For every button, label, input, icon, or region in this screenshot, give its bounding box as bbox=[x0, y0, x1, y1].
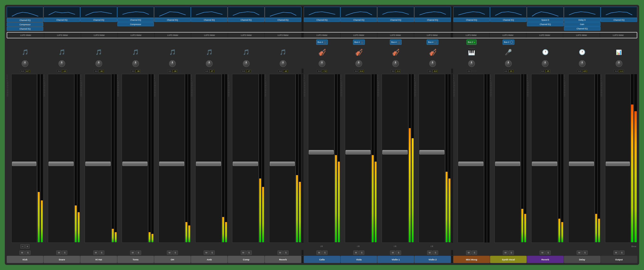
fader-track-minimoog[interactable] bbox=[458, 74, 484, 243]
mute-viola[interactable]: M bbox=[353, 250, 358, 255]
label-violin1[interactable]: Violin 1 bbox=[377, 256, 414, 263]
mute-minimoog[interactable]: M bbox=[466, 250, 471, 255]
plugin-violin2-eq[interactable]: Channel EQ bbox=[414, 18, 451, 22]
pan-violin1[interactable] bbox=[377, 60, 414, 67]
fader-track-comp[interactable] bbox=[232, 74, 258, 243]
fader-track-snare[interactable] bbox=[48, 74, 74, 243]
solo-snare[interactable]: S bbox=[62, 250, 67, 255]
pan-oh[interactable] bbox=[154, 60, 191, 67]
minus-btn[interactable]: − bbox=[20, 244, 25, 248]
mute-violin1[interactable]: M bbox=[390, 250, 395, 255]
solo-amb[interactable]: S bbox=[210, 250, 215, 255]
fader-track-reverb[interactable] bbox=[531, 74, 558, 243]
mute-delay[interactable]: M bbox=[577, 250, 582, 255]
fader-track-synthvocal[interactable] bbox=[494, 74, 521, 243]
plugin-snare-eq[interactable]: Channel EQ bbox=[44, 18, 80, 22]
fader-track-toms[interactable] bbox=[122, 74, 148, 243]
plugin-amb-eq[interactable]: Channel EQ bbox=[191, 18, 228, 22]
fader-track-kick[interactable] bbox=[11, 74, 37, 243]
mute-kick[interactable]: M bbox=[20, 250, 25, 255]
pan-viola[interactable] bbox=[340, 60, 377, 67]
solo-oh[interactable]: S bbox=[173, 250, 178, 255]
mute-hihat[interactable]: M bbox=[93, 250, 98, 255]
solo-reverb-d[interactable]: S bbox=[283, 250, 288, 255]
fader-track-output[interactable] bbox=[605, 74, 630, 243]
pan-toms[interactable] bbox=[117, 60, 154, 67]
label-viola[interactable]: Viola bbox=[340, 256, 377, 263]
solo-violin1[interactable]: S bbox=[396, 250, 401, 255]
label-snare[interactable]: Snare bbox=[44, 256, 80, 263]
lufs-comp[interactable]: LUFS Meter bbox=[228, 33, 264, 38]
mute-synthvocal[interactable]: M bbox=[503, 250, 508, 255]
plugin-synthvocal-eq[interactable]: Channel EQ bbox=[490, 18, 527, 22]
plugin-delay-d[interactable]: Delay D bbox=[564, 18, 600, 22]
lufs-amb[interactable]: LUFS Meter bbox=[191, 33, 228, 38]
solo-synthvocal[interactable]: S bbox=[508, 250, 514, 255]
plugin-viola-eq[interactable]: Channel EQ bbox=[340, 18, 377, 22]
mute-amb[interactable]: M bbox=[204, 250, 209, 255]
label-toms[interactable]: Toms bbox=[117, 256, 154, 263]
plugin-delay-gain[interactable]: Gain bbox=[564, 22, 600, 26]
solo-toms[interactable]: S bbox=[136, 250, 141, 255]
label-minimoog[interactable]: Mini Moog bbox=[453, 256, 490, 263]
mute-toms[interactable]: M bbox=[130, 250, 136, 255]
bus4-viola-btn[interactable]: Bus 4 🎧 bbox=[353, 40, 365, 45]
lufs-snare[interactable]: LUFS Meter bbox=[44, 33, 81, 38]
fader-track-amb[interactable] bbox=[195, 74, 222, 243]
mute-oh[interactable]: M bbox=[167, 250, 172, 255]
fader-track-cello[interactable] bbox=[308, 74, 334, 243]
lufs-delay[interactable]: LUFS Meter bbox=[563, 33, 600, 38]
plugin-reverb-space[interactable]: Space D bbox=[527, 18, 564, 22]
label-output[interactable]: Output bbox=[601, 256, 637, 263]
lufs-hihat[interactable]: LUFS Meter bbox=[81, 33, 118, 38]
pan-reverb-d[interactable] bbox=[265, 60, 301, 67]
plugin-channel-eq2[interactable]: Channel EQ bbox=[7, 27, 43, 31]
lufs-cello[interactable]: LUFS Meter bbox=[304, 33, 340, 38]
plugin-output-eq[interactable]: Channel EQ bbox=[601, 18, 637, 22]
solo-output[interactable]: S bbox=[619, 250, 624, 255]
pan-hihat[interactable] bbox=[80, 60, 117, 67]
label-hihat[interactable]: Hi Hat bbox=[80, 256, 117, 263]
fader-track-viola[interactable] bbox=[345, 74, 371, 243]
mute-reverb[interactable]: M bbox=[540, 250, 545, 255]
plugin-comp-eq[interactable]: Channel EQ bbox=[228, 18, 264, 22]
plugin-delay-eq[interactable]: Channel EQ bbox=[564, 27, 600, 31]
plugin-toms-comp[interactable]: Compressor bbox=[117, 22, 154, 26]
mute-output[interactable]: M bbox=[614, 250, 619, 255]
fader-track-delay[interactable] bbox=[568, 74, 595, 243]
lufs-kick[interactable]: LUFS Meter bbox=[8, 33, 44, 38]
label-comp[interactable]: Comp bbox=[228, 256, 264, 263]
plugin-minimoog-eq[interactable]: Channel EQ bbox=[453, 18, 490, 22]
lufs-violin2[interactable]: LUFS Meter bbox=[414, 33, 451, 38]
pan-output[interactable] bbox=[601, 60, 637, 67]
pan-synthvocal[interactable] bbox=[490, 60, 527, 67]
solo-cello[interactable]: S bbox=[322, 250, 328, 255]
pan-kick[interactable] bbox=[7, 60, 43, 67]
fader-track-hihat[interactable] bbox=[85, 74, 111, 243]
bus4-violin2-btn[interactable]: Bus 4 🎧 bbox=[426, 40, 438, 45]
lufs-reverb-d[interactable]: LUFS Meter bbox=[265, 33, 301, 38]
pan-minimoog[interactable] bbox=[453, 60, 490, 67]
pan-snare[interactable] bbox=[44, 60, 80, 67]
plugin-reverb-eq[interactable]: Channel EQ bbox=[265, 18, 301, 22]
lufs-minimoog[interactable]: LUFS Meter bbox=[453, 33, 490, 38]
plugin-compressor[interactable]: Compressor bbox=[7, 22, 43, 27]
bus4-cello-btn[interactable]: Bus 4 🎧 bbox=[316, 40, 328, 45]
plugin-hihat-eq[interactable]: Channel EQ bbox=[80, 18, 117, 22]
fader-track-oh[interactable] bbox=[158, 74, 185, 243]
solo-viola[interactable]: S bbox=[359, 250, 364, 255]
label-synthvocal[interactable]: Synth Vocal bbox=[490, 256, 527, 263]
solo-violin2[interactable]: S bbox=[433, 250, 438, 255]
mute-cello[interactable]: M bbox=[316, 250, 322, 255]
lufs-oh[interactable]: LUFS Meter bbox=[155, 33, 191, 38]
lufs-output[interactable]: LUFS Meter bbox=[600, 33, 636, 38]
mute-snare[interactable]: M bbox=[56, 250, 62, 255]
pan-cello[interactable] bbox=[304, 60, 340, 67]
lufs-violin1[interactable]: LUFS Meter bbox=[377, 33, 414, 38]
plugin-reverb-eq2[interactable]: Channel EQ bbox=[527, 22, 564, 26]
pan-comp[interactable] bbox=[228, 60, 264, 67]
plus-btn[interactable]: + bbox=[25, 244, 30, 248]
plugin-channel-eq[interactable]: Channel EQ bbox=[7, 18, 43, 22]
plugin-violin1-eq[interactable]: Channel EQ bbox=[377, 18, 414, 22]
label-reverb[interactable]: Reverb bbox=[527, 256, 564, 263]
